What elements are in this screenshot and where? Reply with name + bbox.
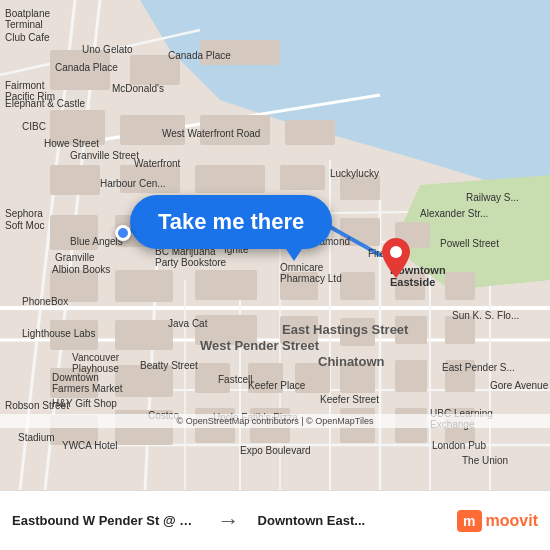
svg-rect-49 bbox=[280, 316, 318, 344]
svg-rect-39 bbox=[50, 270, 98, 302]
svg-rect-26 bbox=[200, 115, 270, 145]
svg-rect-24 bbox=[50, 110, 105, 145]
svg-rect-48 bbox=[195, 315, 257, 345]
svg-rect-33 bbox=[50, 215, 98, 250]
svg-rect-59 bbox=[395, 360, 427, 392]
svg-rect-57 bbox=[295, 363, 330, 393]
svg-rect-42 bbox=[280, 272, 318, 300]
svg-rect-30 bbox=[195, 165, 265, 193]
svg-rect-55 bbox=[195, 363, 230, 393]
svg-rect-40 bbox=[115, 270, 173, 302]
svg-rect-22 bbox=[130, 55, 180, 85]
svg-rect-23 bbox=[200, 40, 280, 65]
take-me-there-button[interactable]: Take me there bbox=[130, 195, 332, 249]
bottom-bar: Eastbound W Pender St @ Sey... → Downtow… bbox=[0, 490, 550, 550]
destination-title: Downtown East... bbox=[258, 513, 446, 528]
svg-rect-28 bbox=[50, 165, 100, 195]
map-container: BoatplaneTerminal Club Cafe Uno Gelato C… bbox=[0, 0, 550, 490]
svg-rect-58 bbox=[340, 363, 375, 393]
route-arrow: → bbox=[208, 508, 250, 534]
svg-rect-53 bbox=[50, 368, 98, 398]
svg-rect-27 bbox=[285, 120, 335, 145]
svg-rect-56 bbox=[248, 363, 283, 393]
moovit-icon: m bbox=[457, 510, 481, 532]
svg-rect-32 bbox=[340, 175, 380, 200]
svg-rect-29 bbox=[120, 165, 180, 193]
svg-rect-46 bbox=[50, 320, 98, 350]
svg-rect-31 bbox=[280, 165, 325, 190]
destination-section: Downtown East... bbox=[258, 513, 446, 528]
svg-rect-25 bbox=[120, 115, 185, 145]
svg-rect-47 bbox=[115, 320, 173, 350]
svg-rect-21 bbox=[50, 50, 110, 90]
map-attribution: © OpenStreetMap contributors | © OpenMap… bbox=[0, 414, 550, 428]
moovit-logo: m moovit bbox=[457, 510, 538, 532]
svg-rect-41 bbox=[195, 270, 257, 300]
svg-rect-50 bbox=[340, 318, 375, 346]
svg-rect-45 bbox=[445, 272, 475, 300]
svg-rect-54 bbox=[115, 365, 173, 397]
origin-section: Eastbound W Pender St @ Sey... bbox=[12, 513, 200, 528]
svg-rect-51 bbox=[395, 316, 427, 344]
svg-rect-52 bbox=[445, 316, 475, 344]
origin-marker bbox=[115, 225, 131, 241]
origin-title: Eastbound W Pender St @ Sey... bbox=[12, 513, 200, 528]
moovit-label: moovit bbox=[486, 512, 538, 530]
svg-rect-43 bbox=[340, 272, 375, 300]
destination-marker bbox=[382, 238, 410, 282]
svg-point-68 bbox=[390, 246, 402, 258]
svg-rect-60 bbox=[445, 360, 475, 392]
